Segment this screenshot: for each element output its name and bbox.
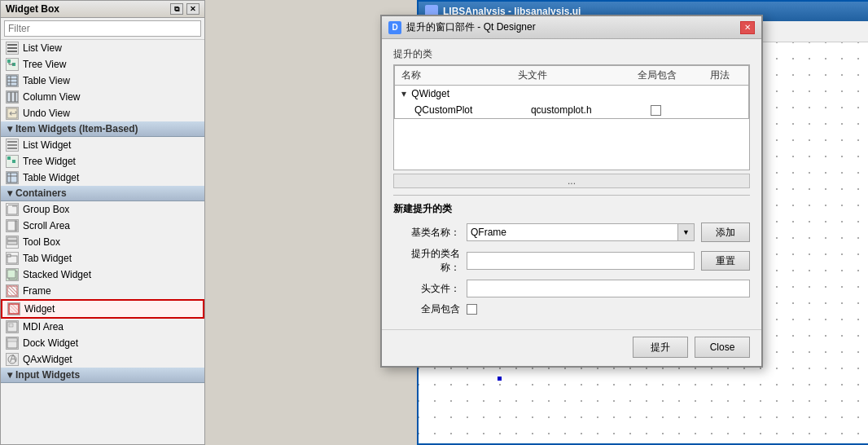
table-view-icon bbox=[6, 74, 19, 87]
table-view-label: Table View bbox=[23, 75, 70, 86]
sidebar-item-group-box[interactable]: — Group Box bbox=[1, 201, 204, 218]
promoted-dialog: D 提升的窗口部件 - Qt Designer ✕ 提升的类 名称 头文件 全局… bbox=[380, 15, 763, 368]
widget-box-float-button[interactable]: ⧉ bbox=[170, 3, 183, 15]
sidebar-item-stacked-widget[interactable]: Stacked Widget bbox=[1, 267, 204, 283]
scroll-area-icon bbox=[6, 219, 19, 232]
svg-rect-20 bbox=[12, 160, 15, 163]
global-include-checkbox[interactable] bbox=[467, 304, 477, 315]
svg-rect-16 bbox=[7, 141, 17, 143]
promoted-section-label: 提升的类 bbox=[393, 47, 750, 61]
base-class-select[interactable]: QFrame QWidget QDialog bbox=[467, 223, 678, 241]
svg-rect-7 bbox=[7, 76, 17, 86]
sidebar-item-list-view[interactable]: List View bbox=[1, 40, 204, 56]
widget-box: Widget Box ⧉ ✕ List View Tree View Table… bbox=[0, 0, 205, 445]
dock-widget-label: Dock Widget bbox=[23, 337, 78, 349]
stacked-widget-label: Stacked Widget bbox=[23, 269, 91, 280]
sidebar-item-tool-box[interactable]: Tool Box bbox=[1, 234, 204, 250]
widget-icon bbox=[7, 302, 20, 315]
tree-view-icon bbox=[6, 58, 19, 71]
svg-rect-0 bbox=[7, 44, 17, 46]
promoted-class-label: 提升的类名称： bbox=[393, 247, 467, 275]
scroll-area-label: Scroll Area bbox=[23, 220, 70, 231]
col-header-name: 名称 bbox=[395, 66, 511, 86]
svg-rect-11 bbox=[7, 92, 11, 102]
form-row-base-class: 基类名称： QFrame QWidget QDialog ▼ 添加 bbox=[393, 222, 750, 242]
list-widget-label: List Widget bbox=[23, 139, 71, 151]
filter-input[interactable] bbox=[4, 20, 201, 37]
sidebar-item-scroll-area[interactable]: Scroll Area bbox=[1, 218, 204, 234]
sidebar-item-qax-widget[interactable]: A QAxWidget bbox=[1, 351, 204, 368]
column-view-label: Column View bbox=[23, 91, 80, 103]
svg-rect-40 bbox=[7, 338, 17, 341]
list-view-label: List View bbox=[23, 42, 62, 54]
sidebar-item-table-view[interactable]: Table View bbox=[1, 73, 204, 89]
svg-rect-34 bbox=[7, 270, 15, 278]
frame-icon bbox=[6, 284, 19, 297]
section-divider bbox=[393, 195, 750, 196]
list-view-icon bbox=[6, 42, 19, 55]
dialog-overlay: D 提升的窗口部件 - Qt Designer ✕ 提升的类 名称 头文件 全局… bbox=[205, 0, 868, 445]
svg-rect-3 bbox=[7, 59, 11, 63]
dialog-titlebar: D 提升的窗口部件 - Qt Designer ✕ bbox=[382, 16, 761, 39]
widget-box-close-button[interactable]: ✕ bbox=[186, 3, 199, 15]
header-file-input[interactable] bbox=[467, 280, 750, 297]
svg-rect-29 bbox=[7, 237, 17, 240]
tree-expand-icon: ▾ bbox=[401, 88, 406, 99]
table-row-qwidget[interactable]: ▾ QWidget bbox=[395, 86, 749, 103]
column-view-icon bbox=[6, 90, 19, 104]
section-containers-label: Containers bbox=[15, 187, 67, 199]
sidebar-item-dock-widget[interactable]: Dock Widget bbox=[1, 335, 204, 351]
sidebar-item-undo-view[interactable]: ↩ Undo View bbox=[1, 105, 204, 121]
global-include-checkbox-table[interactable] bbox=[651, 105, 661, 116]
sidebar-item-tree-view[interactable]: Tree View bbox=[1, 56, 204, 73]
sidebar-item-widget[interactable]: Widget bbox=[1, 299, 204, 319]
svg-rect-30 bbox=[7, 241, 17, 245]
section-containers: ▾ Containers bbox=[1, 186, 204, 201]
sidebar-item-tree-widget[interactable]: Tree Widget bbox=[1, 153, 204, 170]
base-class-select-wrap: QFrame QWidget QDialog ▼ bbox=[467, 223, 695, 241]
col-header-header: 头文件 bbox=[511, 66, 631, 86]
promote-button[interactable]: 提升 bbox=[633, 337, 688, 358]
filter-row bbox=[1, 18, 204, 40]
stacked-widget-icon bbox=[6, 268, 19, 281]
sidebar-item-mdi-area[interactable]: MDI Area bbox=[1, 319, 204, 335]
svg-rect-28 bbox=[15, 221, 17, 231]
qwidget-global-cell bbox=[631, 86, 703, 103]
qwidget-cell: ▾ QWidget bbox=[395, 86, 511, 103]
close-dialog-button[interactable]: Close bbox=[695, 337, 750, 358]
sidebar-item-table-widget[interactable]: Table Widget bbox=[1, 170, 204, 186]
table-row-qcustomplot[interactable]: QCustomPlot qcustomplot.h bbox=[395, 102, 749, 119]
col-header-global: 全局包含 bbox=[631, 66, 703, 86]
widget-label: Widget bbox=[24, 303, 55, 315]
promoted-class-input[interactable] bbox=[467, 252, 695, 270]
reset-button[interactable]: 重置 bbox=[701, 251, 750, 271]
frame-label: Frame bbox=[23, 285, 51, 297]
svg-rect-32 bbox=[7, 254, 11, 257]
sidebar-item-tab-widget[interactable]: Tab Widget bbox=[1, 250, 204, 267]
sidebar-item-column-view[interactable]: Column View bbox=[1, 89, 204, 105]
header-file-label: 头文件： bbox=[393, 282, 467, 296]
widget-box-titlebar: Widget Box ⧉ ✕ bbox=[1, 1, 204, 18]
add-button[interactable]: 添加 bbox=[701, 222, 750, 242]
undo-view-label: Undo View bbox=[23, 108, 70, 119]
scroll-button[interactable]: ... bbox=[393, 174, 750, 188]
qwidget-header-cell bbox=[511, 86, 631, 103]
section-containers-chevron: ▾ bbox=[7, 187, 12, 199]
global-include-checkbox-wrap bbox=[467, 304, 477, 315]
section-item-widgets-chevron: ▾ bbox=[7, 123, 12, 134]
table-widget-icon bbox=[6, 171, 19, 184]
dialog-title: D 提升的窗口部件 - Qt Designer bbox=[388, 20, 536, 34]
widget-box-titlebar-buttons: ⧉ ✕ bbox=[170, 3, 199, 15]
svg-rect-38 bbox=[9, 324, 13, 327]
dialog-close-button[interactable]: ✕ bbox=[740, 21, 755, 34]
form-row-header-file: 头文件： bbox=[393, 280, 750, 297]
sidebar-item-list-widget[interactable]: List Widget bbox=[1, 137, 204, 153]
section-item-widgets-label: Item Widgets (Item-Based) bbox=[15, 123, 138, 134]
sidebar-item-frame[interactable]: Frame bbox=[1, 283, 204, 299]
svg-text:—: — bbox=[8, 204, 18, 210]
section-input-chevron: ▾ bbox=[7, 369, 12, 381]
dialog-body: 提升的类 名称 头文件 全局包含 用法 bbox=[382, 39, 761, 329]
qcustomplot-name-cell: QCustomPlot bbox=[395, 102, 511, 119]
tree-widget-label: Tree Widget bbox=[23, 156, 76, 167]
qcustomplot-global-cell bbox=[631, 102, 703, 119]
